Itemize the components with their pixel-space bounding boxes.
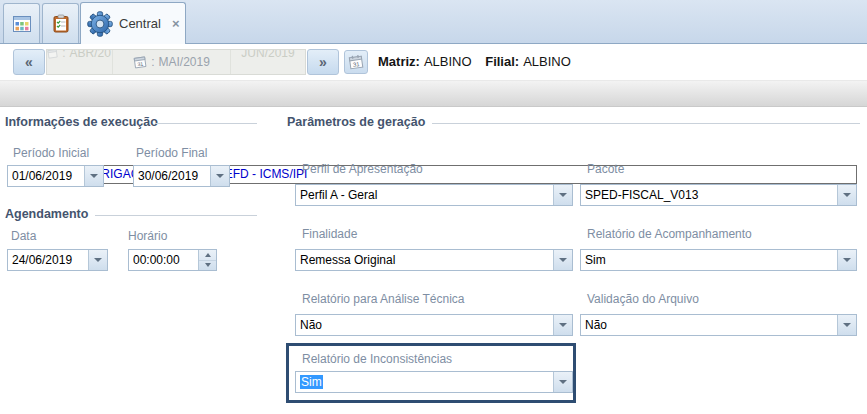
tab-strip: Central × xyxy=(0,0,867,44)
chevron-down-icon[interactable] xyxy=(553,372,572,392)
relatorio-inconsistencias-label: Relatório de Inconsistências xyxy=(302,352,452,366)
period-previous-label: ABR/20 xyxy=(69,49,110,60)
data-value: 24/06/2019 xyxy=(12,253,85,267)
tab-central-label: Central xyxy=(119,16,161,31)
calendar-icon xyxy=(47,49,58,59)
selected-text: Sim xyxy=(300,375,323,389)
calendar-icon: 31 xyxy=(348,54,364,70)
next-period-button[interactable]: » xyxy=(307,49,339,75)
periodo-final-value: 30/06/2019 xyxy=(138,169,207,183)
validacao-arquivo-label: Validação do Arquivo xyxy=(587,292,699,306)
chevron-down-icon[interactable] xyxy=(553,185,572,205)
validacao-arquivo-combobox[interactable]: Não xyxy=(580,314,857,336)
relatorio-analise-tecnica-combobox[interactable]: Não xyxy=(295,314,573,336)
horario-label: Horário xyxy=(128,229,167,243)
chevron-down-icon[interactable] xyxy=(837,185,856,205)
pacote-value: SPED-FISCAL_V013 xyxy=(585,188,834,202)
chevron-down-icon[interactable] xyxy=(84,166,103,186)
horario-value: 00:00:00 xyxy=(133,253,194,267)
chevron-down-icon[interactable] xyxy=(837,250,856,270)
period-next-label: JUN/2019 xyxy=(241,49,294,60)
period-previous[interactable]: : ABR/20 xyxy=(47,50,111,74)
company-context: Matriz:ALBINO Filial:ALBINO xyxy=(378,49,571,75)
close-icon[interactable]: × xyxy=(172,16,180,31)
periodo-inicial-value: 01/06/2019 xyxy=(12,169,81,183)
period-separator: : xyxy=(151,55,154,69)
finalidade-value: Remessa Original xyxy=(300,253,550,267)
data-label: Data xyxy=(11,229,36,243)
periodo-inicial-datepicker[interactable]: 01/06/2019 xyxy=(7,165,104,187)
relatorio-acompanhamento-label: Relatório de Acompanhamento xyxy=(587,227,752,241)
matriz-value: ALBINO xyxy=(424,54,472,69)
previous-period-button[interactable]: « xyxy=(13,49,45,75)
period-separator: : xyxy=(62,49,65,60)
chevron-down-icon[interactable] xyxy=(88,250,107,270)
clipboard-check-icon xyxy=(53,14,69,33)
finalidade-combobox[interactable]: Remessa Original xyxy=(295,249,573,271)
period-current-label: MAI/2019 xyxy=(158,55,209,69)
apps-grid-icon xyxy=(13,16,31,32)
filial-value: ALBINO xyxy=(523,54,571,69)
relatorio-analise-tecnica-value: Não xyxy=(300,318,550,332)
relatorio-analise-tecnica-label: Relatório para Análise Técnica xyxy=(302,292,465,306)
relatorio-inconsistencias-value: Sim xyxy=(300,375,550,389)
period-current[interactable]: 31 : MAI/2019 xyxy=(112,50,231,74)
chevron-down-icon[interactable] xyxy=(837,315,856,335)
filial-label: Filial: xyxy=(485,54,519,69)
breadcrumb-bar: OBRIGAÇÕES > SPED > EFD - ICMS/IPI xyxy=(0,80,867,107)
data-datepicker[interactable]: 24/06/2019 xyxy=(7,249,108,271)
perfil-apresentacao-label: Perfil de Apresentação xyxy=(302,162,423,176)
pacote-label: Pacote xyxy=(587,162,624,176)
svg-text:31: 31 xyxy=(137,61,144,68)
section-title-parametros: Parâmetros de geração xyxy=(287,115,425,129)
validacao-arquivo-value: Não xyxy=(585,318,834,332)
application-window: Central × « : ABR/20 31 : xyxy=(0,0,867,414)
matriz-label: Matriz: xyxy=(378,54,420,69)
tab-apps[interactable] xyxy=(3,3,40,43)
section-title-execucao: Informações de execução xyxy=(5,115,158,129)
period-next[interactable]: JUN/2019 xyxy=(230,50,306,74)
section-divider xyxy=(155,123,257,124)
calendar-picker-button[interactable]: 31 xyxy=(344,50,368,74)
tab-central[interactable]: Central × xyxy=(80,2,186,44)
chevron-down-icon[interactable] xyxy=(210,166,229,186)
chevron-down-icon[interactable] xyxy=(553,250,572,270)
section-divider xyxy=(95,215,257,216)
gear-icon xyxy=(86,10,114,38)
spin-down-icon[interactable] xyxy=(199,260,216,270)
relatorio-acompanhamento-combobox[interactable]: Sim xyxy=(580,249,857,271)
periodo-inicial-label: Período Inicial xyxy=(13,146,89,160)
perfil-apresentacao-value: Perfil A - Geral xyxy=(300,188,550,202)
relatorio-acompanhamento-value: Sim xyxy=(585,253,834,267)
periodo-final-label: Período Final xyxy=(136,146,207,160)
perfil-apresentacao-combobox[interactable]: Perfil A - Geral xyxy=(295,184,573,206)
period-selector: : ABR/20 31 : MAI/2019 JUN/2019 xyxy=(46,49,306,75)
finalidade-label: Finalidade xyxy=(302,227,357,241)
horario-timespinner[interactable]: 00:00:00 xyxy=(128,249,217,271)
calendar-icon: 31 xyxy=(133,55,147,69)
section-divider xyxy=(432,123,860,124)
periodo-final-datepicker[interactable]: 30/06/2019 xyxy=(133,165,230,187)
spinner xyxy=(198,250,216,270)
section-title-agendamento: Agendamento xyxy=(5,207,88,221)
relatorio-inconsistencias-combobox[interactable]: Sim xyxy=(295,371,573,393)
pacote-combobox[interactable]: SPED-FISCAL_V013 xyxy=(580,184,857,206)
chevron-down-icon[interactable] xyxy=(553,315,572,335)
tab-tasks[interactable] xyxy=(42,3,79,43)
